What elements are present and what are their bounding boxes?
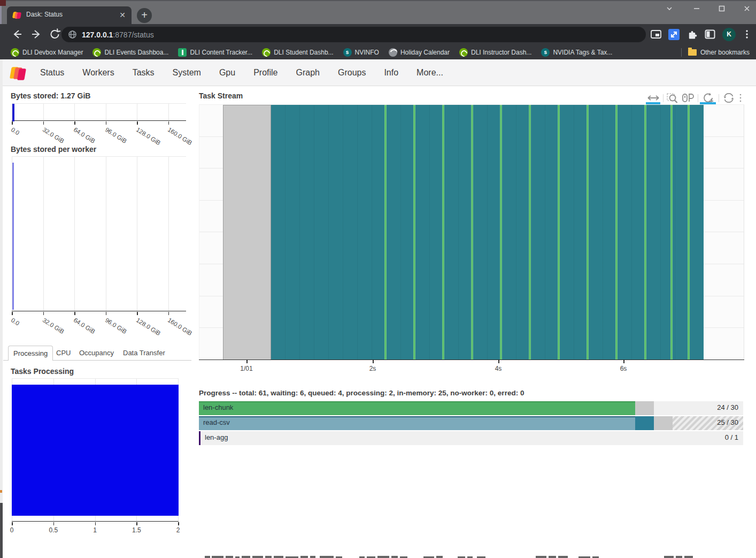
cutoff-text-fragment (242, 556, 250, 558)
dask-nav-tasks[interactable]: Tasks (133, 68, 155, 78)
dask-nav-status[interactable]: Status (40, 68, 64, 78)
cutoff-text-fragment (391, 556, 398, 558)
axis-tick-label: 0.5 (49, 526, 58, 534)
axis-tick-label: 160.0 GiB (166, 126, 193, 146)
dask-nav-system[interactable]: System (173, 68, 201, 78)
tasks-processing-chart: 00.511.52 (12, 378, 179, 522)
wheel-zoom-tool-icon[interactable] (682, 91, 695, 105)
address-bar[interactable]: 127.0.0.1:8787/status (61, 27, 646, 42)
tick-mark (12, 121, 13, 125)
bookmark-item[interactable]: sNVIDIA Tags & Tax... (541, 48, 612, 57)
bytes-stored-title: Bytes stored: 1.27 GiB (11, 91, 90, 100)
globe-favicon (389, 48, 397, 57)
reload-icon[interactable] (47, 26, 63, 42)
gridline (168, 104, 169, 121)
minimize-button[interactable] (692, 2, 701, 15)
forward-icon[interactable] (28, 26, 44, 42)
tick-mark (12, 312, 13, 315)
sharepoint-favicon: s (541, 48, 550, 57)
axis-tick-label: 32.0 GiB (41, 126, 65, 144)
dask-nav-groups[interactable]: Groups (338, 68, 366, 78)
gridline (43, 104, 44, 121)
tab-data-transfer[interactable]: Data Transfer (123, 349, 165, 357)
tick-mark (168, 121, 169, 125)
back-icon[interactable] (9, 26, 25, 42)
progress-bar-len-agg: len-agg0 / 1 (199, 431, 743, 445)
bookmark-item[interactable]: DLI Events Dashboa... (92, 48, 168, 57)
tab-occupancy[interactable]: Occupancy (79, 349, 114, 357)
bookmark-item[interactable]: DLI Student Dashb... (262, 48, 333, 57)
progress-bar-read-csv: read-csv25 / 30 (199, 416, 743, 430)
tick-mark (623, 360, 624, 363)
site-info-icon[interactable] (68, 30, 77, 39)
extensions-puzzle-icon[interactable] (686, 28, 698, 40)
tab-cpu[interactable]: CPU (56, 349, 71, 357)
bookmark-label: DLI Events Dashboa... (104, 49, 168, 56)
axis-line (12, 521, 179, 522)
bookmark-label: DLI Instructor Dash... (471, 49, 531, 56)
cutoff-text-fragment (377, 556, 389, 558)
bookmark-item[interactable]: DLI Instructor Dash... (459, 48, 531, 57)
tick-mark (106, 312, 107, 315)
url-text[interactable]: 127.0.0.1:8787/status (82, 30, 154, 39)
profile-avatar[interactable]: K (722, 28, 736, 41)
close-button[interactable] (743, 2, 751, 15)
other-bookmarks-label: Other bookmarks (700, 49, 750, 56)
dask-nav-gpu[interactable]: Gpu (219, 68, 235, 78)
cutoff-text-fragment (226, 556, 233, 558)
axis-tick-label: 96.0 GiB (104, 317, 127, 335)
axis-tick-label: 1 (93, 526, 97, 534)
extension-zoom-icon[interactable] (668, 29, 680, 40)
progress-bar-len-chunk: len-chunk24 / 30 (199, 401, 743, 415)
transfer-task-line (615, 105, 618, 360)
transfer-task-line (529, 105, 531, 360)
bokeh-menu-icon[interactable] (738, 91, 743, 105)
task-stream-plot[interactable] (199, 104, 744, 360)
maximize-button[interactable] (718, 2, 726, 15)
tick-mark (136, 522, 137, 525)
folder-icon (688, 49, 697, 56)
transfer-task-line (413, 105, 415, 360)
dask-logo[interactable] (11, 65, 27, 81)
progress-label: read-csv (203, 418, 230, 426)
reset-tool-icon[interactable] (722, 91, 735, 105)
tab-close-icon[interactable]: ✕ (118, 10, 127, 20)
dask-nav-graph[interactable]: Graph (296, 68, 319, 78)
other-bookmarks-button[interactable]: Other bookmarks (688, 49, 750, 56)
axis-tick-label: 160.0 GiB (166, 317, 193, 337)
transfer-task-line (644, 105, 646, 360)
new-tab-button[interactable]: + (137, 8, 152, 23)
browser-tab[interactable]: Dask: Status ✕ (7, 6, 132, 24)
tick-mark (178, 522, 179, 525)
dask-nav-more[interactable]: More... (416, 68, 443, 78)
tick-mark (74, 121, 75, 125)
task-stream-gray-band (223, 105, 271, 360)
cutoff-text-fragment (310, 556, 315, 558)
pan-tool-icon[interactable] (647, 91, 660, 105)
tick-mark (106, 121, 107, 125)
box-zoom-tool-icon[interactable] (667, 91, 678, 105)
gridline (74, 104, 75, 121)
dask-nav-profile[interactable]: Profile (253, 68, 277, 78)
gridline (168, 157, 169, 311)
tick-mark (137, 312, 138, 315)
bookmark-item[interactable]: sNVINFO (343, 48, 379, 57)
bookmark-item[interactable]: DLI Devbox Manager (11, 48, 83, 57)
bookmark-item[interactable]: Holiday Calendar (389, 48, 450, 57)
axis-tick-label: 6s (620, 365, 627, 372)
window-top-edge (0, 0, 756, 1)
bookmarks-separator (681, 48, 682, 57)
zoom-in-tool-icon[interactable] (701, 91, 715, 105)
dask-nav-info[interactable]: Info (384, 68, 398, 78)
tab-processing[interactable]: Processing (8, 346, 53, 361)
left-tab-bar: Processing CPU Occupancy Data Transfer (3, 346, 191, 361)
browser-menu-icon[interactable] (742, 28, 752, 40)
dask-nav-workers[interactable]: Workers (82, 68, 114, 78)
axis-tick-label: 64.0 GiB (73, 126, 96, 144)
side-panel-icon[interactable] (704, 28, 716, 40)
tick-mark (43, 312, 44, 315)
tab-search-icon[interactable] (665, 2, 674, 15)
bookmark-item[interactable]: DLI Content Tracker... (178, 48, 252, 57)
axis-tick-label: 64.0 GiB (73, 317, 96, 335)
picture-in-picture-icon[interactable] (650, 28, 662, 40)
